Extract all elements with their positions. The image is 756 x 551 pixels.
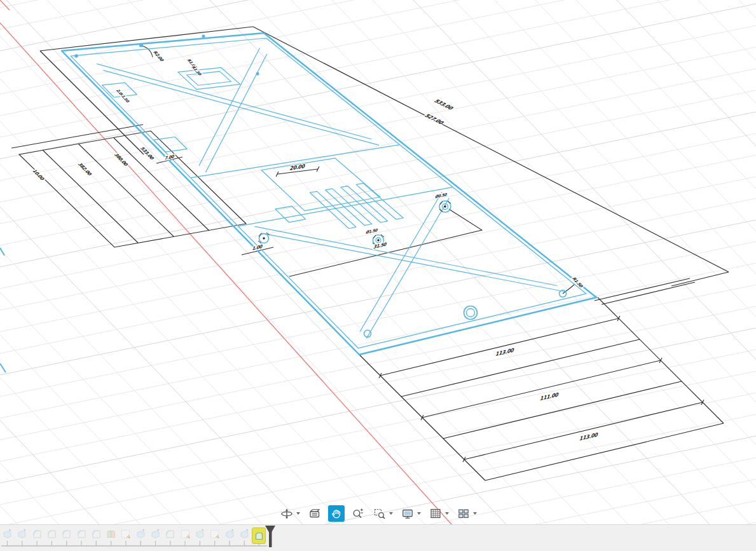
dimension-label[interactable]: 533.00 (139, 147, 156, 160)
grid-line (0, 198, 756, 353)
timeline-feature-fillet[interactable] (61, 529, 72, 540)
timeline-feature-extrude[interactable] (2, 529, 13, 540)
background-grid (0, 0, 756, 525)
sketch-point[interactable] (139, 43, 143, 47)
timeline-feature-extrude[interactable] (195, 529, 205, 540)
timeline-playhead[interactable] (265, 526, 276, 548)
grid-line (47, 0, 547, 525)
sketch-curve[interactable] (187, 71, 231, 85)
body-outline[interactable] (19, 131, 246, 247)
nav-group-zoom-window (371, 505, 394, 522)
timeline-feature-sketch[interactable] (180, 529, 191, 540)
grid-and-snaps-button[interactable] (427, 505, 444, 522)
timeline-position-marker[interactable] (252, 527, 266, 544)
sketch-curve[interactable] (0, 364, 6, 372)
sketch-point[interactable] (256, 72, 259, 76)
body-edge[interactable] (11, 125, 143, 148)
timeline-feature-extrude[interactable] (239, 529, 250, 540)
body-edge[interactable] (443, 381, 682, 439)
sketch-feature-icon (120, 529, 131, 540)
sketch-curve[interactable] (199, 48, 260, 165)
grid-line (373, 0, 756, 525)
dimension-label[interactable]: 382.00 (76, 163, 93, 176)
dimension-label[interactable]: 31.50 (373, 241, 387, 250)
sketch-curve[interactable] (178, 67, 240, 89)
zoom-window-button[interactable] (371, 505, 388, 522)
fillet-feature-icon (61, 529, 72, 540)
grid-line (0, 0, 425, 525)
zoom-button[interactable] (350, 505, 366, 522)
grid-line (0, 0, 756, 116)
sketch-curve[interactable] (255, 226, 558, 285)
sketch-point[interactable] (377, 239, 379, 241)
viewports-button[interactable] (455, 505, 472, 522)
timeline-feature-extrude[interactable] (17, 529, 27, 540)
origin-axis-line[interactable] (0, 23, 452, 525)
body-edge[interactable] (401, 339, 640, 397)
fusion-design-window: 113.00111.00113.00533.00527.00533.00380.… (0, 0, 756, 551)
viewport-canvas[interactable]: 113.00111.00113.00533.00527.00533.00380.… (0, 0, 756, 525)
grid-line (251, 0, 751, 525)
sketch-point[interactable] (202, 35, 205, 38)
grid-line (0, 350, 756, 505)
body-edge[interactable] (40, 51, 144, 154)
timeline-feature-fillet[interactable] (91, 529, 102, 540)
active-sketch-geometry[interactable] (0, 33, 596, 372)
dimension-label[interactable]: 380.00 (113, 153, 130, 167)
sketch-curve[interactable] (275, 206, 306, 222)
body-edge[interactable] (78, 144, 174, 236)
timeline-feature-fillet[interactable] (32, 529, 43, 540)
sketch-feature-icon (180, 529, 191, 540)
display-settings-button[interactable] (399, 505, 416, 522)
sketch-point[interactable] (444, 205, 446, 207)
timeline-feature-fillet[interactable] (76, 529, 87, 540)
sketch-curve[interactable] (62, 33, 596, 355)
zoom-window-dropdown-caret[interactable] (389, 512, 393, 515)
dimension-label[interactable]: 113.00 (495, 346, 515, 357)
sketch-curve[interactable] (191, 145, 399, 178)
sketch-circle[interactable] (464, 306, 478, 320)
timeline-feature-sketch[interactable] (209, 529, 220, 540)
body-edge[interactable] (253, 27, 729, 272)
body-edge[interactable] (594, 278, 690, 301)
timeline-feature-appearance[interactable] (106, 529, 116, 540)
orbit-dropdown-caret[interactable] (296, 512, 300, 515)
viewports-icon (457, 507, 470, 520)
dimension-label[interactable]: 10.00 (31, 169, 46, 180)
timeline-feature-extrude[interactable] (224, 529, 235, 540)
timeline-feature-extrude[interactable] (135, 529, 146, 540)
dimension-line[interactable] (464, 402, 703, 459)
dimension-leader[interactable] (141, 46, 153, 57)
dimension-label[interactable]: R2.00 (152, 51, 165, 62)
viewports-dropdown-caret[interactable] (473, 512, 477, 515)
zoom-icon (352, 507, 364, 520)
sketch-point[interactable] (263, 237, 265, 239)
nav-group-zoom (350, 505, 366, 522)
grid-line (576, 0, 756, 525)
timeline-feature-sketch[interactable] (120, 529, 131, 540)
look-at-button[interactable] (306, 505, 323, 522)
grid-and-snaps-dropdown-caret[interactable] (445, 512, 449, 515)
body-edge[interactable] (40, 27, 253, 51)
grid-line (0, 177, 756, 332)
sketch-curve[interactable] (0, 248, 4, 255)
sketch-point[interactable] (74, 54, 78, 58)
sketch-curve[interactable] (366, 198, 449, 338)
timeline-feature-extrude[interactable] (150, 529, 161, 540)
dimension-leader[interactable] (563, 284, 575, 294)
sketch-feature-icon (209, 529, 220, 540)
extrude-feature-icon (2, 529, 13, 540)
dimension-label[interactable]: 1.50 (120, 95, 131, 103)
orbit-button[interactable] (278, 505, 295, 522)
display-settings-dropdown-caret[interactable] (417, 512, 421, 515)
display-settings-icon (401, 507, 414, 520)
dimension-label[interactable]: 527.00 (423, 113, 446, 125)
timeline-feature-fillet[interactable] (46, 529, 57, 540)
dimension-label[interactable]: 111.00 (539, 391, 560, 402)
timeline-feature-fillet[interactable] (165, 529, 175, 540)
dimension-line[interactable] (380, 318, 619, 376)
dimension-label[interactable]: Ø0.50 (434, 192, 448, 200)
dimension-lines[interactable] (141, 46, 704, 462)
pan-button[interactable] (328, 505, 345, 522)
sketch-points-and-circles[interactable] (74, 35, 566, 337)
